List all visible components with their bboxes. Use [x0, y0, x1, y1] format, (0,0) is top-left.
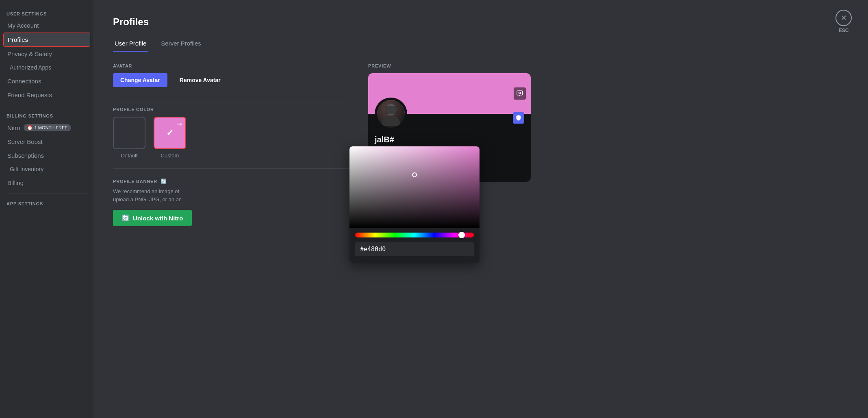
sidebar-item-label: My Account: [7, 22, 39, 29]
tabs: User Profile Server Profiles: [113, 36, 848, 52]
sidebar-item-nitro[interactable]: Nitro ⏰ 1 MONTH FREE: [3, 121, 90, 135]
unlock-with-nitro-button[interactable]: 🔄 Unlock with Nitro: [113, 210, 192, 226]
content-left: AVATAR Change Avatar Remove Avatar PROFI…: [113, 63, 349, 226]
sidebar-item-privacy-safety[interactable]: Privacy & Safety: [3, 47, 90, 61]
profile-banner-section: PROFILE BANNER 🔄 We recommend an image o…: [113, 179, 349, 226]
color-option-default[interactable]: Default: [113, 117, 145, 159]
preview-username: jalB#: [375, 135, 524, 144]
banner-description: We recommend an image of upload a PNG, J…: [113, 187, 349, 203]
tab-server-profiles[interactable]: Server Profiles: [159, 36, 202, 52]
hex-color-input[interactable]: [355, 242, 474, 256]
svg-rect-0: [517, 91, 523, 95]
clock-icon: ⏰: [27, 125, 33, 131]
sidebar-item-label: Nitro: [7, 124, 20, 131]
sidebar-item-label: Subscriptions: [7, 152, 44, 159]
sidebar-item-friend-requests[interactable]: Friend Requests: [3, 88, 90, 102]
avatar-buttons: Change Avatar Remove Avatar: [113, 73, 349, 87]
hex-input-area: [349, 237, 480, 263]
tab-user-profile[interactable]: User Profile: [113, 36, 148, 52]
hue-slider[interactable]: [355, 233, 474, 237]
nitro-badge: ⏰ 1 MONTH FREE: [24, 124, 71, 131]
sidebar-item-label: Authorized Apps: [10, 64, 51, 71]
content-grid: AVATAR Change Avatar Remove Avatar PROFI…: [113, 63, 848, 226]
color-gradient-area[interactable]: [349, 146, 480, 228]
sidebar: USER SETTINGS My Account Profiles Privac…: [0, 0, 93, 418]
preview-label: PREVIEW: [368, 63, 531, 68]
svg-rect-4: [385, 106, 397, 114]
remove-avatar-button[interactable]: Remove Avatar: [172, 73, 228, 87]
profile-color-options: Default ↗ ✓ Custom: [113, 117, 349, 159]
sidebar-item-my-account[interactable]: My Account: [3, 19, 90, 32]
sidebar-item-profiles[interactable]: Profiles: [3, 33, 90, 47]
hue-slider-area: [349, 228, 480, 237]
checkmark-icon: ✓: [166, 128, 174, 138]
page-title: Profiles: [113, 16, 848, 28]
sidebar-item-label: Privacy & Safety: [7, 50, 52, 57]
nitro-button-icon: 🔄: [122, 214, 130, 222]
sidebar-item-subscriptions[interactable]: Subscriptions: [3, 149, 90, 162]
color-option-custom[interactable]: ↗ ✓ Custom: [154, 117, 186, 159]
svg-point-1: [519, 92, 521, 94]
banner-section-header: PROFILE BANNER 🔄: [113, 179, 349, 184]
discord-badge: [513, 112, 524, 124]
color-label-custom: Custom: [161, 152, 179, 159]
sidebar-section-user-settings: USER SETTINGS: [3, 8, 90, 18]
preview-banner-edit-button[interactable]: [514, 87, 526, 100]
color-picker-popup: [349, 146, 480, 263]
sidebar-item-connections[interactable]: Connections: [3, 74, 90, 88]
avatar: [375, 98, 407, 130]
sidebar-item-label: Gift Inventory: [10, 166, 43, 172]
main-content: Profiles User Profile Server Profiles AV…: [93, 0, 868, 418]
color-swatch-custom: ↗ ✓: [154, 117, 186, 149]
color-gradient-handle[interactable]: [412, 172, 417, 177]
color-label-default: Default: [121, 152, 137, 159]
avatar-section-label: AVATAR: [113, 63, 349, 68]
sidebar-section-app-settings: APP SETTINGS: [3, 198, 90, 208]
sidebar-item-label: Profiles: [8, 36, 28, 43]
svg-point-3: [382, 115, 400, 126]
sidebar-item-billing[interactable]: Billing: [3, 176, 90, 189]
sidebar-item-server-boost[interactable]: Server Boost: [3, 135, 90, 148]
avatar-image: [377, 100, 405, 128]
sidebar-item-authorized-apps[interactable]: Authorized Apps: [3, 61, 90, 74]
sidebar-item-gift-inventory[interactable]: Gift Inventory: [3, 163, 90, 176]
sidebar-item-label: Friend Requests: [7, 91, 52, 98]
esc-button[interactable]: ✕ ESC: [835, 10, 852, 33]
sidebar-item-label: Connections: [7, 78, 41, 85]
arrow-up-right-icon: ↗: [175, 119, 184, 128]
nitro-icon: 🔄: [161, 179, 167, 184]
color-swatch-default: [113, 117, 145, 149]
hue-slider-handle[interactable]: [458, 232, 465, 238]
profile-banner-section-label: PROFILE BANNER: [113, 179, 157, 184]
change-avatar-button[interactable]: Change Avatar: [113, 73, 167, 87]
esc-label: ESC: [839, 28, 849, 33]
profile-color-section-label: PROFILE COLOR: [113, 107, 349, 112]
nitro-button-label: Unlock with Nitro: [133, 215, 183, 222]
sidebar-item-label: Server Boost: [7, 138, 43, 145]
close-icon: ✕: [835, 10, 852, 26]
sidebar-item-label: Billing: [7, 179, 24, 186]
sidebar-section-billing-settings: BILLING SETTINGS: [3, 110, 90, 120]
